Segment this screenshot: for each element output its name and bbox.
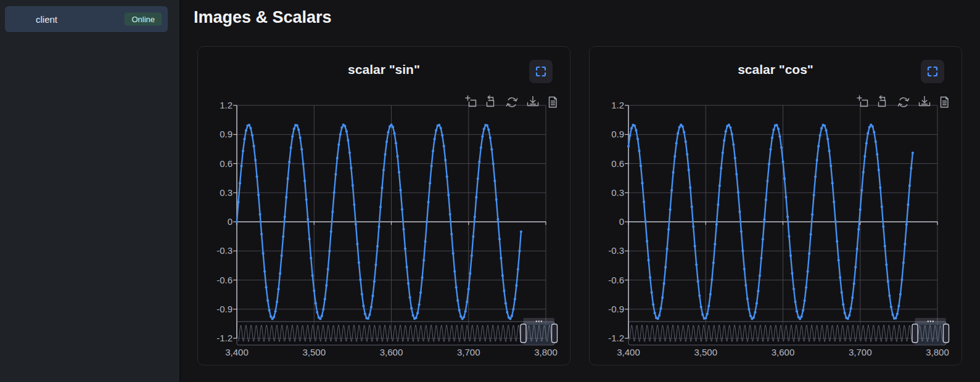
sidebar: client Online	[0, 0, 181, 382]
x-tick-label: 3,500	[303, 347, 326, 357]
data-view-icon[interactable]	[550, 97, 557, 108]
datazoom-window[interactable]	[915, 322, 947, 345]
y-tick-label: -0.9	[608, 304, 624, 314]
y-tick-label: 0.6	[611, 158, 624, 169]
x-tick-label: 3,400	[617, 347, 640, 357]
x-tick-label: 3,500	[694, 347, 718, 357]
move-handle-dots	[928, 320, 929, 322]
move-handle-dots	[541, 320, 542, 322]
expand-button[interactable]	[921, 60, 944, 83]
x-tick-label: 3,700	[849, 347, 872, 357]
expand-button[interactable]	[529, 60, 553, 83]
x-tick-label: 3,800	[534, 347, 558, 357]
sidebar-item-client[interactable]: client Online	[5, 6, 168, 32]
y-tick-label: 0.6	[220, 158, 233, 169]
status-badge: Online	[125, 13, 162, 26]
datazoom-handle-right[interactable]	[552, 324, 558, 343]
y-tick-label: 1.2	[220, 100, 233, 110]
chart-canvas-sin[interactable]: 1.20.90.60.30-0.3-0.6-0.9-1.23,4003,5003…	[198, 47, 571, 366]
y-tick-label: -1.2	[608, 333, 624, 343]
save-image-icon[interactable]	[920, 97, 930, 106]
y-tick-label: 0.9	[220, 129, 233, 139]
zoom-reset-icon[interactable]	[879, 96, 886, 107]
y-tick-label: 0.9	[611, 129, 624, 139]
box-zoom-icon[interactable]	[466, 96, 476, 107]
y-tick-label: -0.9	[216, 304, 233, 314]
client-label: client	[36, 14, 57, 25]
y-tick-label: -0.6	[608, 275, 624, 285]
save-image-icon[interactable]	[528, 97, 538, 106]
y-tick-label: 0.3	[611, 187, 624, 198]
zoom-reset-icon[interactable]	[487, 96, 494, 107]
chart-card-sin: 1.20.90.60.30-0.3-0.6-0.9-1.23,4003,5003…	[197, 46, 570, 365]
y-tick-label: -0.3	[216, 245, 233, 256]
datazoom-handle-left[interactable]	[912, 324, 918, 343]
y-tick-label: 0.3	[220, 187, 233, 198]
x-tick-label: 3,700	[457, 347, 480, 357]
move-handle-dots	[933, 320, 934, 322]
datazoom-window[interactable]	[524, 322, 555, 345]
y-tick-label: -0.3	[608, 245, 624, 256]
y-tick-label: 0	[619, 216, 624, 227]
y-tick-label: -1.2	[216, 333, 233, 343]
fullscreen-icon	[926, 65, 939, 78]
y-tick-label: -0.6	[216, 275, 233, 285]
move-handle-dots	[538, 320, 540, 322]
page-title: Images & Scalars	[194, 8, 332, 27]
x-tick-label: 3,400	[225, 347, 249, 357]
move-handle-dots	[536, 320, 537, 322]
box-zoom-icon[interactable]	[857, 96, 868, 107]
datazoom-handle-right[interactable]	[944, 324, 949, 343]
x-tick-label: 3,600	[772, 347, 795, 357]
fullscreen-icon	[534, 65, 548, 78]
x-tick-label: 3,800	[926, 347, 949, 357]
y-tick-label: 1.2	[611, 100, 624, 110]
data-view-icon[interactable]	[941, 97, 949, 108]
y-tick-label: 0	[228, 216, 233, 227]
move-handle-dots	[930, 320, 931, 322]
chart-card-cos: 1.20.90.60.30-0.3-0.6-0.9-1.23,4003,5003…	[589, 46, 962, 365]
datazoom-handle-left[interactable]	[521, 324, 526, 343]
x-tick-label: 3,600	[380, 347, 403, 357]
chart-canvas-cos[interactable]: 1.20.90.60.30-0.3-0.6-0.9-1.23,4003,5003…	[590, 47, 963, 366]
